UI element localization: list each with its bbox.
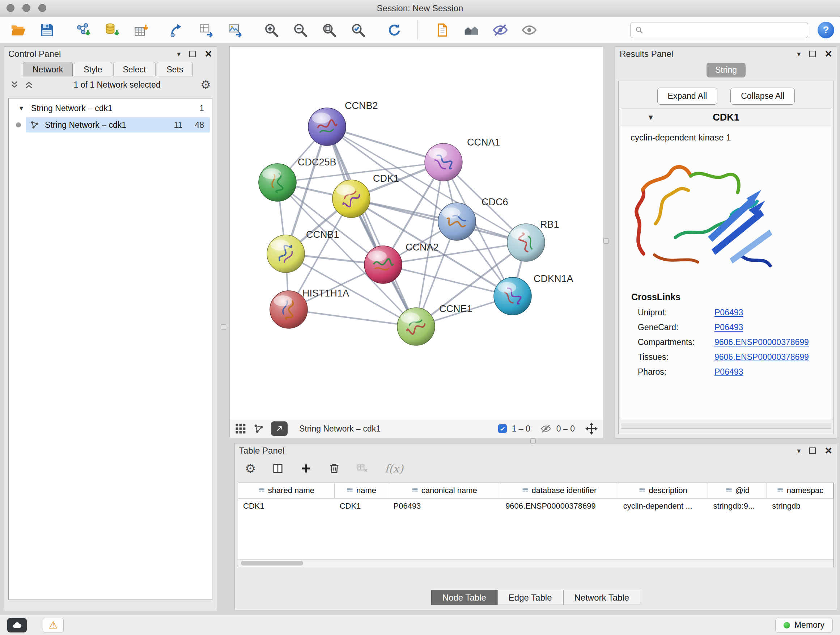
tab-style[interactable]: Style (74, 62, 112, 76)
memory-button[interactable]: Memory (775, 618, 833, 633)
crosslink-link[interactable]: P06493 (714, 323, 743, 333)
panel-float-icon[interactable] (809, 51, 816, 57)
tab-sets[interactable]: Sets (156, 62, 193, 76)
crosslink-link[interactable]: 9606.ENSP00000378699 (714, 352, 809, 362)
column-header-canonical-name[interactable]: canonical name (388, 483, 500, 498)
table-tabs: Node TableEdge TableNetwork Table (235, 590, 837, 605)
hidden-eye-slash-icon[interactable] (540, 423, 551, 434)
expand-all-icon[interactable] (24, 80, 34, 89)
tab-edge-table[interactable]: Edge Table (497, 590, 563, 605)
scrollbar-thumb[interactable] (241, 561, 303, 565)
show-hide-panels-button[interactable] (463, 21, 480, 39)
refresh-view-button[interactable] (386, 21, 403, 39)
export-image-icon (227, 22, 243, 38)
import-network-file-button[interactable] (74, 21, 92, 39)
export-network-button[interactable] (169, 21, 186, 39)
panel-collapse-icon[interactable]: ▾ (797, 50, 801, 58)
tab-string[interactable]: String (706, 63, 745, 78)
help-button[interactable]: ? (818, 22, 834, 38)
column-header-description[interactable]: description (618, 483, 708, 498)
column-header-namespac[interactable]: namespac (767, 483, 834, 498)
results-panel: Results Panel ▾ ✕ String Expand All Coll… (615, 46, 837, 439)
panel-close-icon[interactable]: ✕ (204, 49, 212, 59)
birdseye-view-icon[interactable] (253, 423, 264, 434)
main-toolbar: ? (0, 17, 840, 43)
export-image-button[interactable] (226, 21, 244, 39)
table-cell[interactable]: stringdb (767, 501, 834, 511)
import-table-button[interactable] (133, 21, 150, 39)
gear-icon[interactable]: ⚙ (201, 79, 211, 90)
zoom-in-button[interactable] (263, 21, 280, 39)
crosslink-label: Pharos: (638, 367, 714, 377)
tab-network[interactable]: Network (23, 62, 73, 76)
table-hscrollbar[interactable] (238, 559, 834, 567)
right-splitter-handle[interactable] (603, 238, 609, 244)
panel-close-icon[interactable]: ✕ (824, 49, 832, 59)
panel-float-icon[interactable] (189, 51, 196, 57)
column-header--id[interactable]: @id (708, 483, 767, 498)
expand-all-button[interactable]: Expand All (657, 88, 718, 105)
column-type-icon (725, 487, 733, 494)
column-header-shared-name[interactable]: shared name (238, 483, 335, 498)
hide-selected-button[interactable] (492, 21, 509, 39)
table-cell[interactable]: P06493 (388, 501, 501, 511)
cloud-button[interactable] (7, 618, 27, 632)
tab-node-table[interactable]: Node Table (431, 590, 497, 605)
crosslink-link[interactable]: P06493 (714, 308, 743, 318)
network-canvas[interactable]: CCNB2CCNA1CDC25BCDK1CDC6RB1CCNB1CCNA2CDK… (229, 46, 603, 420)
table-row[interactable]: CDK1CDK1P064939606.ENSP00000378699cyclin… (238, 499, 834, 514)
node-label-CCNA2: CCNA2 (406, 242, 439, 253)
table-settings-gear-icon[interactable]: ⚙ (245, 462, 256, 475)
selected-network[interactable]: String Network – cdk1 11 48 (26, 117, 210, 133)
open-session-button[interactable] (9, 21, 27, 39)
search-box[interactable] (630, 22, 808, 38)
table-cell[interactable]: cyclin-dependent ... (618, 501, 708, 511)
network-graph[interactable]: CCNB2CCNA1CDC25BCDK1CDC6RB1CCNB1CCNA2CDK… (230, 47, 603, 420)
bottom-splitter-handle[interactable] (531, 439, 536, 444)
results-scrollbar[interactable] (621, 423, 831, 429)
table-cell[interactable]: CDK1 (238, 501, 335, 511)
crosslink-link[interactable]: 9606.ENSP00000378699 (714, 337, 809, 347)
tree-expand-icon[interactable]: ▼ (18, 105, 25, 112)
import-network-database-button[interactable] (103, 21, 121, 39)
eye-slash-icon (493, 22, 508, 38)
zoom-selected-button[interactable] (349, 21, 367, 39)
crosslink-link[interactable]: P06493 (714, 367, 743, 377)
protein-card-header[interactable]: ▼ CDK1 (621, 109, 831, 126)
panel-close-icon[interactable]: ✕ (824, 446, 832, 455)
add-column-icon[interactable] (300, 462, 312, 475)
show-all-button[interactable] (521, 21, 538, 39)
table-cell[interactable]: CDK1 (335, 501, 388, 511)
search-input[interactable] (647, 25, 804, 35)
column-header-database-identifier[interactable]: database identifier (500, 483, 618, 498)
zoom-fit-button[interactable] (321, 21, 338, 39)
selected-nodes-checkbox[interactable] (498, 424, 507, 433)
save-session-button[interactable] (38, 21, 56, 39)
network-collection-row[interactable]: ▼ String Network – cdk1 1 (9, 100, 212, 117)
panel-collapse-icon[interactable]: ▾ (797, 447, 801, 455)
panel-float-icon[interactable] (809, 448, 816, 454)
collapse-all-button[interactable]: Collapse All (730, 88, 795, 105)
export-view-button[interactable] (271, 421, 287, 436)
table-cell[interactable]: stringdb:9... (708, 501, 767, 511)
column-header-name[interactable]: name (335, 483, 388, 498)
panel-collapse-icon[interactable]: ▾ (177, 50, 180, 58)
pan-crosshair-icon[interactable] (585, 422, 598, 435)
grid-view-icon[interactable] (235, 423, 246, 434)
function-builder-button[interactable]: f(x) (385, 462, 403, 475)
warnings-button[interactable]: ⚠ (43, 618, 64, 632)
show-columns-icon[interactable] (272, 462, 284, 475)
network-edge[interactable] (289, 310, 416, 326)
table-cell[interactable]: 9606.ENSP00000378699 (500, 501, 618, 511)
collapse-all-icon[interactable] (10, 80, 19, 89)
zoom-out-button[interactable] (292, 21, 309, 39)
delete-trash-icon[interactable] (328, 462, 340, 475)
left-splitter-handle[interactable] (221, 325, 226, 330)
collapse-section-icon[interactable]: ▼ (647, 113, 654, 122)
tab-network-table[interactable]: Network Table (563, 590, 641, 605)
network-row[interactable]: String Network – cdk1 11 48 (9, 117, 212, 133)
annotation-document-button[interactable] (434, 21, 451, 39)
tab-select[interactable]: Select (113, 62, 156, 76)
export-table-button[interactable] (197, 21, 215, 39)
crosslink-row: Tissues: 9606.ENSP00000378699 (621, 350, 831, 364)
